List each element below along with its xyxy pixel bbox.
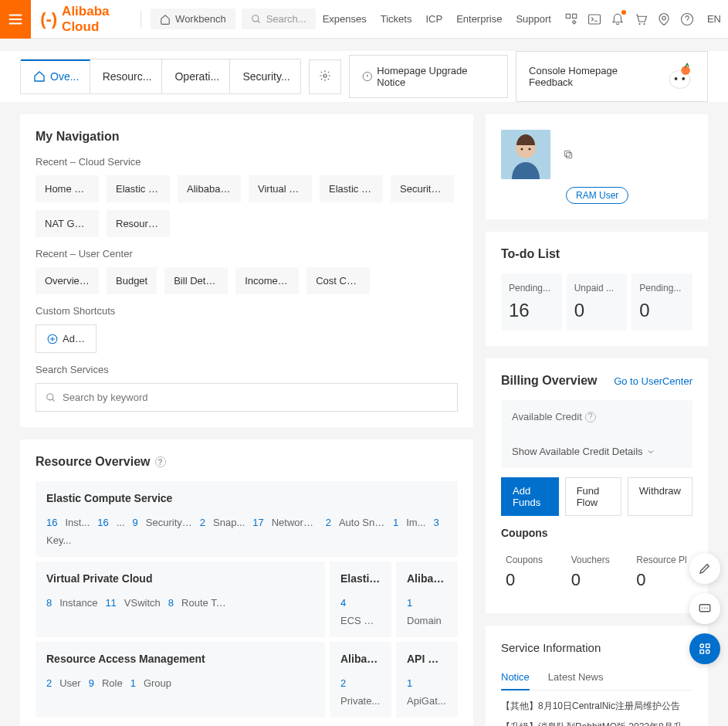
withdraw-button[interactable]: Withdraw (628, 477, 692, 516)
svg-point-26 (706, 608, 708, 609)
resource-acr[interactable]: Alibab... 2Private... (330, 642, 391, 718)
svg-rect-22 (564, 151, 570, 156)
help-icon[interactable]: ? (585, 412, 596, 422)
app-switcher-icon[interactable] (564, 12, 578, 26)
svg-point-0 (252, 15, 258, 21)
nav-icp[interactable]: ICP (418, 13, 449, 25)
service-chip[interactable]: Elastic IP ... (320, 175, 383, 202)
language-selector[interactable]: EN (700, 13, 728, 25)
available-credit-box: Available Credit ? Show Available Credit… (501, 400, 692, 468)
home-icon (160, 14, 171, 25)
ecs-stats: 16Inst... 16... 9Security ... 2Snap... 1… (46, 517, 447, 546)
service-chip[interactable]: Security C... (391, 175, 454, 202)
todo-stat[interactable]: Pending...0 (631, 273, 692, 331)
coupon-stat[interactable]: Coupons0 (501, 547, 562, 598)
svg-rect-29 (700, 650, 704, 654)
search-services-input[interactable] (36, 383, 458, 412)
service-chip[interactable]: NAT Gate... (36, 210, 99, 237)
service-chip[interactable]: Alibaba C... (178, 175, 241, 202)
service-chip[interactable]: Home Co... (36, 175, 99, 202)
service-chip[interactable]: Elastic Co... (107, 175, 170, 202)
svg-rect-3 (588, 15, 600, 24)
fund-flow-button[interactable]: Fund Flow (565, 477, 621, 516)
todo-stat[interactable]: Unpaid ...0 (567, 273, 628, 331)
notification-badge (621, 10, 626, 15)
feedback-button[interactable]: Console Homepage Feedback (516, 51, 708, 102)
header-search[interactable]: Search... (242, 8, 316, 29)
my-navigation-title: My Navigation (36, 130, 458, 144)
service-chip[interactable]: Resource ... (107, 210, 170, 237)
resource-ecs[interactable]: Elastic Compute Service 16Inst... 16... … (36, 481, 458, 557)
divider (141, 11, 141, 28)
svg-point-8 (323, 74, 327, 77)
search-services-field[interactable] (63, 392, 448, 403)
gear-icon (319, 70, 331, 82)
resource-overview-card: Resource Overview ? Elastic Compute Serv… (20, 439, 473, 726)
user-chip[interactable]: Cost Cent... (306, 267, 370, 294)
tab-security[interactable]: Security... (230, 59, 300, 93)
resource-vpc[interactable]: Virtual Private Cloud 8Instance 11VSwitc… (36, 561, 325, 637)
main-content: My Navigation Recent – Cloud Service Hom… (0, 102, 728, 726)
go-usercenter-link[interactable]: Go to UserCenter (614, 375, 692, 387)
tab-overview[interactable]: Ove... (21, 59, 90, 93)
notice-item[interactable]: 【升级】消息队列RabbitMQ版 2022年8月升级... (501, 721, 692, 726)
avatar (501, 130, 550, 179)
nav-enterprise[interactable]: Enterprise (449, 13, 509, 25)
show-credit-details[interactable]: Show Available Credit Details (512, 446, 682, 457)
search-services-label: Search Services (36, 364, 458, 375)
workbench-button[interactable]: Workbench (151, 8, 235, 29)
apps-button[interactable] (689, 633, 720, 664)
logo[interactable]: (-) Alibaba Cloud (31, 4, 137, 35)
plus-circle-icon (47, 334, 58, 344)
mascot-icon (665, 61, 695, 92)
user-chip[interactable]: Income/E... (235, 267, 299, 294)
hamburger-menu-button[interactable] (0, 0, 31, 39)
svg-rect-21 (567, 153, 572, 158)
edit-button[interactable] (689, 553, 720, 584)
tab-settings-button[interactable] (309, 59, 341, 94)
add-shortcut-button[interactable]: Ad… (36, 324, 97, 353)
logo-text: Alibaba Cloud (62, 4, 128, 35)
billing-title: Billing Overview (501, 374, 597, 388)
svg-rect-2 (572, 14, 576, 18)
todo-stat[interactable]: Pending...16 (501, 273, 562, 331)
user-chip[interactable]: Bill Details (164, 267, 228, 294)
help-icon[interactable]: ? (155, 456, 166, 467)
resource-eip[interactable]: Elastic ... 4ECS Ei... (330, 561, 391, 637)
nav-support[interactable]: Support (509, 13, 558, 25)
tab-operations[interactable]: Operati... (162, 59, 230, 93)
coupon-stat[interactable]: Vouchers0 (567, 547, 628, 598)
notice-item[interactable]: 【其他】8月10日CentralNic注册局维护公告 (501, 700, 692, 713)
available-credit-label: Available Credit ? (512, 411, 682, 422)
recent-cloud-service-label: Recent – Cloud Service (36, 156, 458, 168)
resource-ram[interactable]: Resource Access Management 2User 9Role 1… (36, 642, 325, 718)
nav-expenses[interactable]: Expenses (316, 13, 374, 25)
svg-point-16 (47, 393, 53, 399)
service-chip[interactable]: Virtual Pri... (249, 175, 312, 202)
help-icon[interactable] (680, 12, 694, 26)
copy-icon[interactable] (563, 149, 574, 160)
notifications-icon[interactable] (611, 12, 625, 26)
terminal-icon[interactable] (587, 12, 601, 26)
info-icon (362, 71, 373, 82)
tab-resources[interactable]: Resourc... (90, 59, 163, 93)
nav-tickets[interactable]: Tickets (374, 13, 419, 25)
add-funds-button[interactable]: Add Funds (501, 477, 559, 516)
tab-notice[interactable]: Notice (501, 665, 530, 690)
user-chip[interactable]: Budget (107, 267, 157, 294)
chat-button[interactable] (689, 593, 720, 624)
tab-latest-news[interactable]: Latest News (548, 665, 604, 690)
svg-point-5 (643, 22, 645, 24)
resource-dns[interactable]: Alibab... 1Domain (396, 561, 458, 637)
hamburger-icon (7, 11, 24, 28)
location-icon[interactable] (657, 12, 671, 26)
floating-actions (689, 553, 720, 664)
coupon-stat[interactable]: Resource Pl0 (631, 547, 692, 598)
user-chip[interactable]: Overview ... (36, 267, 99, 294)
cart-icon[interactable] (634, 12, 648, 26)
upgrade-notice-button[interactable]: Homepage Upgrade Notice (349, 55, 508, 98)
chat-icon (698, 602, 712, 616)
svg-point-19 (521, 148, 523, 151)
search-icon (46, 392, 56, 403)
resource-apigateway[interactable]: API Ga... 1ApiGat... (396, 642, 458, 718)
